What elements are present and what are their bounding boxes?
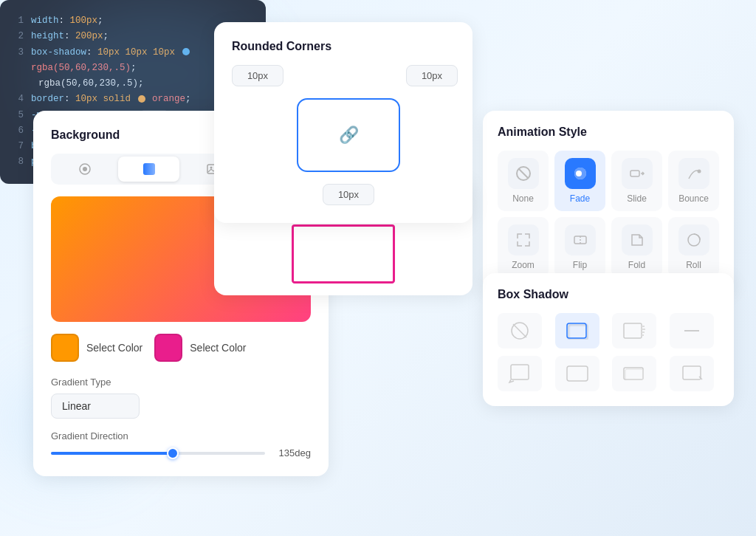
shadow-center[interactable] xyxy=(555,356,599,391)
gradient-type-value[interactable]: Linear xyxy=(51,394,140,419)
shadow-flat[interactable] xyxy=(555,313,599,348)
anim-roll-label: Roll xyxy=(686,260,701,270)
svg-rect-31 xyxy=(567,366,588,381)
shadow-right[interactable] xyxy=(612,313,656,348)
shadow-dash[interactable] xyxy=(670,313,714,348)
anim-slide-label: Slide xyxy=(627,193,647,204)
svg-rect-16 xyxy=(630,171,639,176)
anim-flip-label: Flip xyxy=(573,260,587,270)
anim-flip-icon xyxy=(565,224,596,255)
border-preview-area xyxy=(226,224,461,284)
anim-bounce[interactable]: Bounce xyxy=(668,151,719,211)
svg-rect-30 xyxy=(511,365,529,379)
box-shadow-panel: Box Shadow xyxy=(483,273,734,406)
anim-fold-icon xyxy=(622,224,653,255)
shadow-corner[interactable] xyxy=(670,356,714,391)
corner-preview-box: 🔗 xyxy=(297,98,400,172)
color-swatch-2[interactable] xyxy=(154,334,182,362)
svg-point-4 xyxy=(210,167,212,169)
svg-rect-33 xyxy=(625,369,643,379)
anim-bounce-icon xyxy=(678,158,709,189)
svg-rect-34 xyxy=(683,366,701,379)
anim-fold-label: Fold xyxy=(628,260,645,270)
anim-fold[interactable]: Fold xyxy=(611,217,662,278)
color-swatch-1[interactable] xyxy=(51,334,79,362)
svg-line-12 xyxy=(519,169,528,178)
color-selectors: Select Color Select Color xyxy=(51,334,311,362)
color-label-1: Select Color xyxy=(86,342,142,354)
gradient-direction-section: Gradient Direction 135deg xyxy=(51,430,311,458)
bg-type-solid[interactable] xyxy=(54,157,115,182)
shadow-none[interactable] xyxy=(498,313,542,348)
svg-line-22 xyxy=(513,324,526,337)
anim-fade[interactable]: Fade xyxy=(554,151,605,211)
color-selector-1[interactable]: Select Color xyxy=(51,334,142,362)
animation-title: Animation Style xyxy=(498,126,719,139)
anim-bounce-label: Bounce xyxy=(678,193,709,204)
animation-grid: None Fade Slide Bounce Z xyxy=(498,151,719,278)
anim-zoom-label: Zoom xyxy=(512,260,535,270)
anim-fade-icon xyxy=(565,158,596,189)
corner-top-left-input[interactable] xyxy=(232,65,284,86)
anim-zoom-icon xyxy=(508,224,539,255)
bg-type-gradient[interactable] xyxy=(118,157,179,182)
anim-fade-label: Fade xyxy=(570,193,590,204)
anim-none-label: None xyxy=(512,193,534,204)
border-preview-box xyxy=(292,224,395,284)
corner-bottom-right-input[interactable] xyxy=(323,184,374,205)
direction-row: 135deg xyxy=(51,447,311,458)
anim-none-icon xyxy=(508,158,539,189)
svg-rect-23 xyxy=(567,323,586,338)
svg-rect-24 xyxy=(624,323,642,338)
rounded-corners-panel: Rounded Corners 🔗 xyxy=(214,22,472,223)
anim-roll[interactable]: Roll xyxy=(668,217,719,278)
anim-flip[interactable]: Flip xyxy=(554,217,605,278)
shadow-thin[interactable] xyxy=(612,356,656,391)
corner-top-right-input[interactable] xyxy=(406,65,458,86)
direction-slider[interactable] xyxy=(51,452,265,455)
gradient-type-label: Gradient Type xyxy=(51,377,311,388)
svg-point-15 xyxy=(576,171,582,176)
anim-none[interactable]: None xyxy=(498,151,549,211)
slider-thumb[interactable] xyxy=(167,447,179,459)
color-selector-2[interactable]: Select Color xyxy=(154,334,246,362)
anim-slide-icon xyxy=(622,158,653,189)
link-icon: 🔗 xyxy=(339,126,359,145)
shadow-grid xyxy=(498,313,719,391)
slider-fill xyxy=(51,452,173,455)
gradient-direction-label: Gradient Direction xyxy=(51,430,311,441)
svg-point-17 xyxy=(697,170,701,173)
shadow-bottom-left[interactable] xyxy=(498,356,542,391)
shadow-title: Box Shadow xyxy=(498,288,719,301)
anim-roll-icon xyxy=(678,224,709,255)
rounded-corners-title: Rounded Corners xyxy=(232,40,455,53)
anim-slide[interactable]: Slide xyxy=(611,151,662,211)
animation-style-panel: Animation Style None Fade Slide xyxy=(483,111,734,292)
anim-zoom[interactable]: Zoom xyxy=(498,217,549,278)
gradient-type-section: Gradient Type Linear xyxy=(51,377,311,419)
color-label-2: Select Color xyxy=(190,342,246,354)
svg-rect-2 xyxy=(143,163,155,175)
svg-point-1 xyxy=(83,167,87,171)
direction-value: 135deg xyxy=(274,447,311,458)
